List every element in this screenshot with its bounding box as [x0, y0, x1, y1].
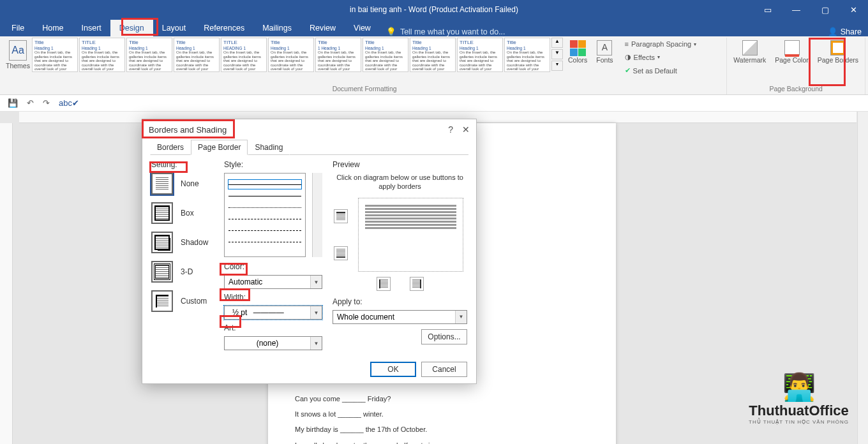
style-set[interactable]: TitleHeading 1On the Insert tab, the gal…: [504, 38, 550, 72]
vertical-ruler[interactable]: [0, 123, 13, 444]
preview-page[interactable]: [358, 198, 463, 272]
style-set[interactable]: TitleHeading 1On the Insert tab, the gal…: [268, 38, 314, 72]
tab-file[interactable]: File: [3, 20, 33, 36]
border-top-button[interactable]: [334, 209, 348, 223]
fonts-button[interactable]: A Fonts: [592, 38, 617, 64]
page-color-label: Page Color: [775, 57, 809, 64]
paragraph-spacing-button[interactable]: ≡Paragraph Spacing▾: [622, 39, 700, 49]
setting-custom[interactable]: Custom: [151, 290, 220, 312]
options-button[interactable]: Options...: [421, 329, 467, 344]
ribbon-body: Aa Themes TitleHeading 1On the Insert ta…: [0, 36, 868, 95]
setting-3d[interactable]: 3-D: [151, 261, 220, 283]
setting-box-icon: [151, 202, 173, 224]
style-set[interactable]: TITLEHeading 1On the Insert tab, the gal…: [79, 38, 125, 72]
tab-view[interactable]: View: [345, 20, 380, 36]
close-icon[interactable]: ✕: [839, 0, 868, 19]
style-set[interactable]: TITLEHeading 1On the Insert tab, the gal…: [457, 38, 503, 72]
tab-shading[interactable]: Shading: [248, 140, 290, 155]
fonts-label: Fonts: [596, 57, 613, 64]
style-set[interactable]: TitleHeading 1On the Insert tab, the gal…: [363, 38, 408, 72]
style-label: Style:: [224, 160, 322, 169]
vertical-scrollbar[interactable]: [857, 112, 868, 444]
chevron-down-icon: ▾: [694, 41, 696, 47]
spellcheck-icon[interactable]: abc✔: [59, 98, 79, 108]
set-default-label: Set as Default: [633, 67, 677, 75]
redo-icon[interactable]: ↷: [43, 98, 50, 108]
colors-label: Colors: [568, 57, 587, 64]
tab-layout[interactable]: Layout: [153, 20, 195, 36]
setting-none-icon: [151, 173, 173, 195]
tab-insert[interactable]: Insert: [73, 20, 110, 36]
effects-label: Effects: [634, 54, 655, 61]
tab-references[interactable]: References: [195, 20, 253, 36]
setting-shadow[interactable]: Shadow: [151, 232, 220, 253]
setting-shadow-icon: [151, 232, 173, 253]
style-scrollbar[interactable]: [312, 173, 322, 257]
apply-to-value: Whole document: [333, 313, 455, 322]
undo-icon[interactable]: ↶: [27, 98, 34, 108]
page-borders-icon: [830, 40, 846, 56]
chevron-down-icon: ▼: [455, 311, 467, 323]
setting-3d-icon: [151, 261, 173, 283]
colors-icon: [570, 40, 585, 56]
ok-button[interactable]: OK: [370, 362, 416, 377]
ribbon-tabs: File Home Insert Design Layout Reference…: [0, 19, 868, 36]
tell-me-label: Tell me what you want to do...: [400, 27, 505, 36]
restore-icon[interactable]: ▢: [811, 0, 839, 19]
tab-review[interactable]: Review: [301, 20, 345, 36]
tab-page-border[interactable]: Page Border: [191, 140, 248, 155]
gallery-scroll-down-icon[interactable]: ▼: [551, 49, 563, 59]
help-icon[interactable]: ?: [448, 124, 453, 135]
chevron-down-icon: ▼: [310, 276, 322, 288]
checkmark-icon: ✔: [625, 66, 631, 75]
minimize-icon[interactable]: —: [782, 0, 811, 19]
color-combo[interactable]: Automatic▼: [224, 275, 322, 289]
setting-none[interactable]: None: [151, 173, 220, 195]
border-left-button[interactable]: [377, 277, 391, 291]
watermark-button[interactable]: Watermark: [730, 38, 770, 64]
save-icon[interactable]: 💾: [8, 98, 18, 108]
gallery-more-icon[interactable]: ▾: [551, 61, 563, 71]
dialog-title-bar[interactable]: Borders and Shading ? ✕: [142, 119, 476, 140]
width-label: Width:: [224, 293, 322, 302]
style-set[interactable]: TitleHeading 1On the Insert tab, the gal…: [32, 38, 78, 72]
gallery-scroll-up-icon[interactable]: ▲: [551, 38, 563, 48]
style-set[interactable]: TitleHeading 1On the Insert tab, the gal…: [174, 38, 220, 72]
share-button[interactable]: 👤 Share: [828, 27, 862, 36]
quick-access-toolbar: 💾 ↶ ↷ abc✔: [0, 95, 868, 112]
setting-box[interactable]: Box: [151, 202, 220, 224]
chevron-down-icon: ▾: [657, 54, 660, 60]
chevron-down-icon: ▼: [310, 306, 322, 319]
border-right-button[interactable]: [410, 277, 424, 291]
watermark-icon: [742, 40, 758, 56]
themes-button[interactable]: Aa Themes: [5, 38, 31, 70]
width-combo[interactable]: ½ pt ————▼: [224, 306, 322, 320]
setting-label: Setting:: [151, 160, 220, 169]
effects-button[interactable]: ◑Effects▾: [622, 52, 700, 63]
page-borders-button[interactable]: Page Borders: [814, 38, 862, 64]
tab-home[interactable]: Home: [33, 20, 72, 36]
close-icon[interactable]: ✕: [462, 124, 470, 135]
page-borders-label: Page Borders: [818, 57, 858, 64]
cancel-button[interactable]: Cancel: [421, 362, 467, 377]
borders-and-shading-dialog: Borders and Shading ? ✕ Borders Page Bor…: [142, 119, 477, 384]
fonts-icon: A: [597, 40, 612, 56]
style-set[interactable]: TitleHeading 1On the Insert tab, the gal…: [410, 38, 456, 72]
border-bottom-button[interactable]: [334, 246, 348, 260]
tab-design[interactable]: Design: [110, 20, 153, 36]
style-listbox[interactable]: [224, 173, 306, 257]
set-default-button[interactable]: ✔Set as Default: [622, 65, 700, 76]
style-set[interactable]: TITLEHEADING 1On the Insert tab, the gal…: [221, 38, 267, 72]
tab-mailings[interactable]: Mailings: [253, 20, 301, 36]
page-color-button[interactable]: Page Color: [771, 38, 812, 64]
laptop-person-icon: 👨‍💻: [749, 371, 849, 403]
tab-borders[interactable]: Borders: [150, 140, 191, 155]
tell-me-search[interactable]: 💡 Tell me what you want to do...: [380, 27, 512, 36]
person-icon: 👤: [828, 27, 838, 36]
colors-button[interactable]: Colors: [564, 38, 591, 64]
art-combo[interactable]: (none)▼: [224, 336, 322, 350]
ribbon-display-options-icon[interactable]: ▭: [753, 0, 782, 19]
style-set[interactable]: Title1 Heading 1On the Insert tab, the g…: [315, 38, 361, 72]
apply-to-combo[interactable]: Whole document▼: [333, 310, 467, 324]
style-set[interactable]: TitleHeading 1On the Insert tab, the gal…: [126, 38, 172, 72]
